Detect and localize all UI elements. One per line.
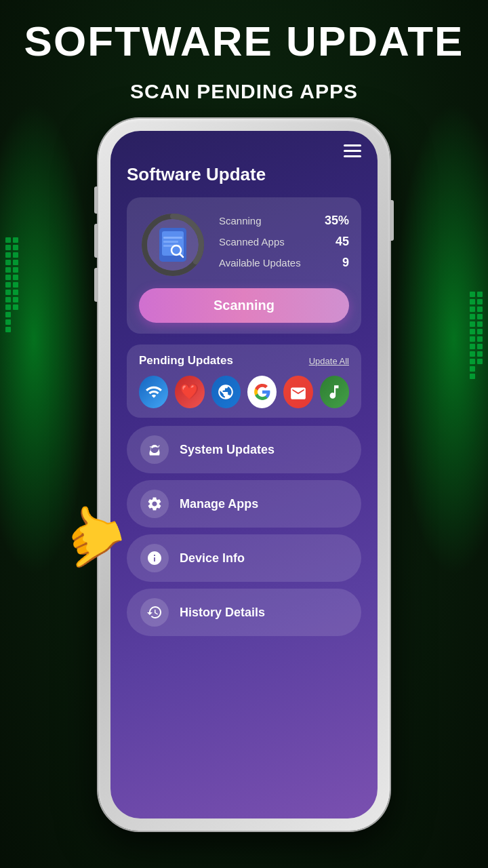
- power-button: [390, 200, 394, 241]
- history-details-label: History Details: [180, 606, 265, 620]
- scanned-apps-value: 45: [336, 235, 349, 249]
- app-icon-health[interactable]: ❤️: [175, 376, 204, 408]
- manage-apps-icon: [140, 490, 169, 518]
- health-icon: ❤️: [180, 383, 199, 401]
- device-info-icon: [140, 544, 169, 572]
- volume-mute-button: [94, 186, 98, 214]
- app-icon-gmail[interactable]: [283, 376, 312, 408]
- pixel-bars-right: [470, 292, 483, 379]
- history-details-icon: [140, 598, 169, 627]
- page-title: SOFTWARE UPDATE: [0, 20, 488, 62]
- menu-icon-row: [127, 144, 361, 157]
- menu-line-3: [344, 155, 361, 157]
- available-updates-label: Available Updates: [219, 257, 301, 269]
- scanning-button[interactable]: Scanning: [139, 288, 349, 323]
- update-all-button[interactable]: Update All: [309, 356, 349, 366]
- system-updates-icon: [140, 435, 169, 464]
- pending-updates-title: Pending Updates: [139, 354, 233, 368]
- app-icon-google[interactable]: [247, 376, 277, 408]
- app-icons-row: ❤️: [139, 376, 349, 408]
- circular-progress: [139, 211, 207, 279]
- hamburger-menu-icon[interactable]: [344, 144, 361, 157]
- scanned-apps-label: Scanned Apps: [219, 236, 285, 248]
- system-updates-item[interactable]: System Updates: [127, 426, 361, 473]
- app-icon-wifi[interactable]: [139, 376, 168, 408]
- device-info-item[interactable]: Device Info: [127, 534, 361, 582]
- phone-mockup: Software Update: [98, 119, 390, 831]
- available-updates-stat-row: Available Updates 9: [219, 256, 349, 270]
- scan-info-row: Scanning 35% Scanned Apps 45 Available U…: [139, 211, 349, 279]
- scan-card: Scanning 35% Scanned Apps 45 Available U…: [127, 197, 361, 334]
- phone-outer: Software Update: [98, 119, 390, 831]
- scan-stats: Scanning 35% Scanned Apps 45 Available U…: [219, 214, 349, 277]
- device-info-label: Device Info: [180, 551, 245, 566]
- scanning-stat-row: Scanning 35%: [219, 214, 349, 228]
- svg-rect-5: [163, 237, 182, 239]
- menu-line-1: [344, 144, 361, 146]
- manage-apps-item[interactable]: Manage Apps: [127, 480, 361, 528]
- scanning-label: Scanning: [219, 215, 262, 226]
- svg-rect-6: [163, 241, 178, 243]
- scanning-value: 35%: [325, 214, 349, 228]
- scanned-apps-stat-row: Scanned Apps 45: [219, 235, 349, 249]
- manage-apps-label: Manage Apps: [180, 497, 258, 511]
- pending-updates-card: Pending Updates Update All ❤️: [127, 344, 361, 418]
- system-updates-label: System Updates: [180, 443, 274, 457]
- available-updates-value: 9: [342, 256, 349, 270]
- phone-screen: Software Update: [110, 131, 378, 818]
- app-icon-music[interactable]: [320, 376, 349, 408]
- app-icon-browser[interactable]: [211, 376, 241, 408]
- app-title: Software Update: [127, 164, 361, 185]
- screen-content: Software Update: [110, 131, 378, 818]
- page-subtitle: SCAN PENDING APPS: [0, 80, 488, 103]
- menu-line-2: [344, 150, 361, 152]
- progress-svg: [139, 211, 207, 279]
- volume-down-button: [94, 268, 98, 302]
- history-details-item[interactable]: History Details: [127, 589, 361, 636]
- pending-header: Pending Updates Update All: [139, 354, 349, 368]
- pixel-bars-left: [5, 237, 18, 332]
- volume-up-button: [94, 224, 98, 258]
